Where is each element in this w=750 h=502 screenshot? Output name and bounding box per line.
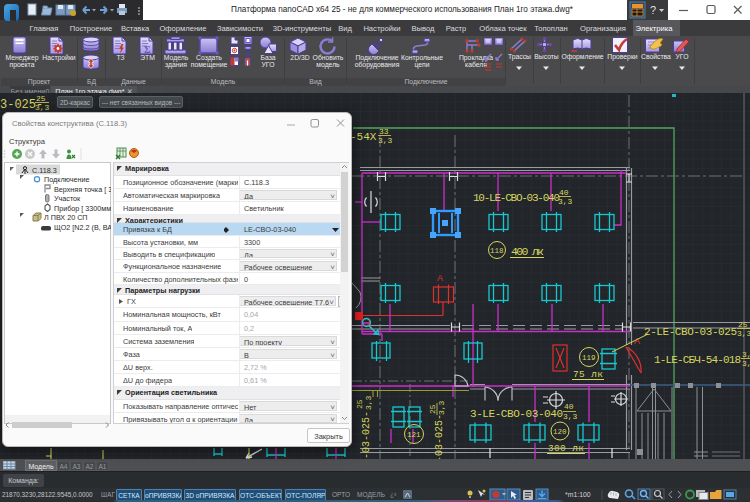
svg-text:?: ? [650,4,656,16]
svg-text:300 лк: 300 лк [548,443,584,454]
svg-text:Подключение: Подключение [44,175,90,184]
svg-text:33: 33 [379,127,389,136]
svg-text:3,3: 3,3 [737,329,750,338]
svg-text:25: 25 [738,320,748,329]
svg-text:Σ: Σ [144,44,151,55]
svg-text:10-LE-СВО-03-040: 10-LE-СВО-03-040 [473,192,560,204]
svg-text:С.118.3: С.118.3 [32,166,57,175]
svg-text:25: 25 [428,404,437,414]
svg-text:А: А [437,273,443,283]
svg-text:3,: 3, [742,350,750,359]
svg-text:121: 121 [407,431,421,439]
svg-text:1-LE-СБЧ-54-018: 1-LE-СБЧ-54-018 [654,354,741,366]
svg-text:3,3: 3,3 [35,103,50,112]
svg-text:-54X: -54X [350,131,377,143]
svg-text:119: 119 [582,354,596,362]
svg-text:3,3: 3,3 [563,412,578,421]
svg-text:3,3: 3,3 [378,136,393,145]
svg-text:3,3: 3,3 [364,395,373,410]
svg-text:118: 118 [490,247,504,255]
svg-text:-03-025-: -03-025- [434,414,445,459]
svg-text:400 лк: 400 лк [511,245,544,258]
svg-text:40: 40 [559,188,569,197]
svg-text:-03-025-: -03-025- [361,411,372,459]
svg-text:40: 40 [564,402,574,411]
svg-text:25: 25 [355,399,364,409]
svg-text:3,3: 3,3 [437,400,446,415]
svg-text:Л ПВХ 20 СП: Л ПВХ 20 СП [44,213,88,222]
svg-text:75 лк: 75 лк [573,369,603,380]
svg-text:Прибор [ 3300мм ]: Прибор [ 3300мм ] [54,204,111,213]
svg-text:3-LE-СВО-03-040: 3-LE-СВО-03-040 [470,408,563,420]
svg-text:120: 120 [553,428,567,436]
svg-text:2-LE-СВО-03-025: 2-LE-СВО-03-025 [644,326,737,338]
svg-text:ЩО2 [N2.2 (В, ВА4: ЩО2 [N2.2 (В, ВА4 [54,223,111,232]
svg-text:3,3: 3,3 [558,197,573,206]
svg-text:3,3: 3,3 [742,359,750,368]
svg-text:Верхняя точка [ 34: Верхняя точка [ 34 [54,185,111,194]
svg-text:Участок: Участок [54,194,81,203]
svg-text:25: 25 [36,94,46,103]
